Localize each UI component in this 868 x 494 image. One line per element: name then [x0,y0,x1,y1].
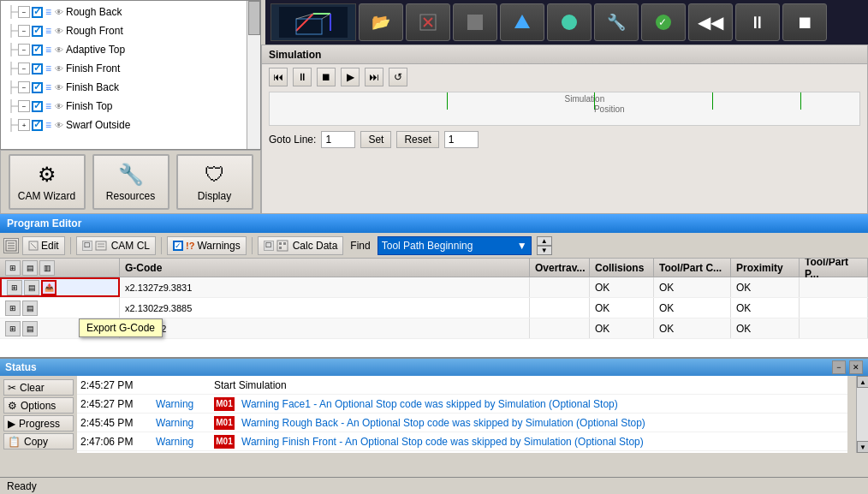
solid-view-button[interactable] [453,3,497,41]
tree-checkbox[interactable] [32,101,43,112]
tree-checkbox[interactable] [32,26,43,37]
status-type-3: Warning [156,417,207,429]
status-type-2: Warning [156,398,207,410]
shape2-button[interactable] [547,3,592,41]
pause-button[interactable]: ⏸ [735,3,780,41]
toolbar-icon-btn-1[interactable] [3,238,19,253]
tree-expand-icon[interactable]: + [18,119,30,131]
row-icon-2[interactable]: ▤ [24,280,39,295]
open-folder-button[interactable]: 📂 [359,3,403,41]
row-icon-1[interactable]: ⊞ [7,280,22,295]
warnings-label: Warnings [197,240,240,252]
sim-tick-2 [594,92,595,110]
resources-button[interactable]: 🔧 Resources [92,154,169,210]
ready-bar: Ready [0,477,868,494]
program-editor-header: Program Editor [0,214,868,233]
display-button[interactable]: 🛡 Display [176,154,253,210]
close-x-button[interactable] [406,3,450,41]
rewind-button[interactable]: ◀◀ [688,3,733,41]
tree-checkbox[interactable] [32,120,43,131]
status-header-controls: − ✕ [832,360,863,374]
tree-checkbox[interactable] [32,63,43,74]
reset-button[interactable]: Reset [396,131,438,148]
display-label: Display [198,190,231,202]
find-dropdown[interactable]: Tool Path Beginning ▼ [378,236,532,255]
list-item[interactable]: − ≡ 👁 Rough Back [1,3,260,21]
copy-button[interactable]: 📋 Copy [3,433,74,449]
clear-button[interactable]: ✂ Clear [3,379,74,396]
row-icon-group: ⊞ ▤ 📤 [7,280,56,295]
sim-reset-button[interactable]: ↺ [389,68,407,86]
table-icon-btn-2[interactable]: ▤ [22,260,38,276]
status-close-button[interactable]: ✕ [849,360,863,374]
shape1-button[interactable] [500,3,544,41]
export-gcode-button[interactable]: 📤 [41,280,56,295]
tree-line-icon [4,5,18,19]
find-label: Find [350,240,370,252]
find-down-button[interactable]: ▼ [537,246,552,255]
tree-expand-icon[interactable]: − [18,44,30,56]
row3-icon-2[interactable]: ▤ [22,321,38,336]
cam-wizard-button[interactable]: ⚙ CAM Wizard [9,154,86,210]
warnings-button[interactable]: ✓ !? Warnings [167,236,247,255]
tree-scrollbar[interactable] [247,1,260,150]
status-row-1: 2:45:27 PM Start Simulation [77,376,847,395]
goto-line-input[interactable] [321,131,355,148]
row2-overtrav-cell [530,298,590,318]
table-row[interactable]: ⊞ ▤ 📤 x2.1327z9.3831 OK OK OK [0,277,868,298]
tree-expand-icon[interactable]: − [18,100,30,112]
list-item[interactable]: − ≡ 👁 Adaptive Top [1,40,260,59]
calc-data-checkbox: ☐ [264,241,274,251]
tool-button[interactable]: 🔧 [594,3,639,41]
sim-stop-button[interactable]: ⏹ [317,68,336,86]
tree-checkbox[interactable] [32,45,43,56]
list-item[interactable]: − ≡ 👁 Finish Front [1,59,260,78]
tree-expand-icon[interactable]: − [18,6,30,18]
reset-value-input[interactable] [444,131,479,148]
cam-cl-button[interactable]: ☐ CAM CL [76,236,156,255]
progress-button[interactable]: ▶ Progress [3,415,74,432]
table-icon-btn-1[interactable]: ⊞ [5,260,21,276]
status-scrollbar[interactable]: ▲ ▼ [856,376,868,453]
table-row[interactable]: ⊞ ▤ x2.1302z9.3885 OK OK OK [0,298,868,318]
calc-data-button[interactable]: ☐ Calc Data [258,236,344,255]
tree-expand-icon[interactable]: − [18,81,30,93]
svg-rect-40 [283,242,286,245]
options-button[interactable]: ⚙ Options [3,397,74,414]
row3-gcode-cell: ...z9.3942 [120,318,530,338]
row2-icon-2[interactable]: ▤ [22,301,38,316]
svg-point-26 [562,15,577,30]
tree-checkbox[interactable] [32,7,43,18]
list-item[interactable]: − ≡ 👁 Finish Top [1,97,260,116]
edit-button[interactable]: Edit [22,236,65,255]
cam-wizard-label: CAM Wizard [18,190,75,202]
find-up-button[interactable]: ▲ [537,236,552,246]
status-scroll-up-button[interactable]: ▲ [857,376,868,388]
list-item[interactable]: − ≡ 👁 Finish Back [1,78,260,97]
row3-icon-1[interactable]: ⊞ [5,321,21,336]
list-item[interactable]: + ≡ 👁 Swarf Outside [1,116,260,134]
row1-overtrav-cell [530,277,590,297]
tree-expand-icon[interactable]: − [18,62,30,74]
status-scroll-down-button[interactable]: ▼ [857,441,868,453]
status-collapse-button[interactable]: − [832,360,846,374]
table-icon-btn-3[interactable]: ▥ [39,260,55,276]
check-button[interactable]: ✓ [641,3,686,41]
sim-play-button[interactable]: ▶ [341,68,360,86]
list-item[interactable]: − ≡ 👁 Rough Front [1,21,260,40]
top-toolbar: 📂 🔧 ✓ ◀◀ ⏸ ⏹ [265,0,868,45]
export-gcode-tooltip: Export G-Code [79,318,163,337]
row2-icon-1[interactable]: ⊞ [5,301,21,316]
sim-forward-button[interactable]: ⏭ [365,68,383,86]
tree-scroll-thumb[interactable] [248,1,260,35]
stop-button[interactable]: ⏹ [782,3,827,41]
options-icon: ⚙ [8,400,17,412]
tree-checkbox[interactable] [32,82,43,93]
row1-proximity-value: OK [736,282,751,294]
simulation-timeline[interactable]: Simulation Position [269,92,860,126]
sim-pause-button[interactable]: ⏸ [293,68,312,86]
set-button[interactable]: Set [360,131,391,148]
sim-start-button[interactable]: ⏮ [269,68,288,86]
tree-expand-icon[interactable]: − [18,25,30,37]
status-sidebar: ✂ Clear ⚙ Options ▶ Progress 📋 Copy [0,376,77,453]
